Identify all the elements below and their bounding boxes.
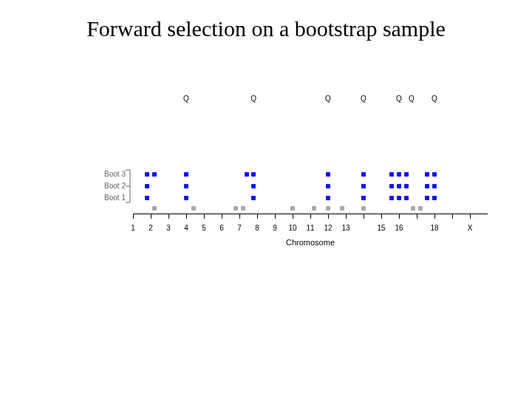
y-tick-label: Boot 2 [74, 180, 126, 192]
data-point [184, 184, 188, 188]
y-axis-labels: Boot 3Boot 2Boot 1 [74, 168, 126, 204]
data-point [404, 172, 409, 177]
data-point [145, 196, 149, 200]
data-point [389, 172, 394, 177]
data-point [184, 172, 188, 177]
data-point [432, 172, 437, 177]
plot-area: Chromosome 12345678910111213151618XQQQQQ… [133, 81, 488, 236]
data-point [326, 206, 330, 211]
data-point [432, 196, 437, 200]
x-tick [434, 214, 435, 219]
data-point [152, 206, 157, 211]
q-marker: Q [358, 95, 369, 103]
x-tick-label: 12 [319, 224, 337, 232]
data-point [425, 172, 429, 177]
data-point [326, 196, 330, 200]
x-tick-label: 18 [426, 224, 443, 232]
data-point [312, 206, 316, 211]
data-point [432, 184, 437, 188]
x-tick [364, 214, 364, 219]
q-marker: Q [181, 95, 191, 103]
data-point [404, 196, 409, 200]
data-point [152, 172, 157, 177]
data-point [404, 184, 409, 188]
x-tick-label: 10 [284, 224, 301, 232]
x-tick [293, 214, 293, 219]
data-point [251, 184, 256, 188]
data-point [397, 196, 401, 200]
x-tick-label: 13 [337, 224, 355, 232]
data-point [340, 206, 344, 211]
data-point [326, 184, 330, 188]
data-point [361, 184, 366, 188]
x-tick [310, 214, 311, 219]
x-tick-label: 6 [213, 224, 231, 232]
x-tick-label: X [461, 224, 479, 232]
data-point [389, 184, 394, 188]
x-tick-label: 8 [248, 224, 266, 232]
x-tick [186, 214, 187, 219]
data-point [389, 196, 394, 200]
page-title: Forward selection on a bootstrap sample [0, 16, 532, 41]
y-bracket [126, 168, 132, 204]
x-tick-label: 5 [195, 224, 213, 232]
y-tick-label: Boot 3 [74, 168, 126, 180]
data-point [251, 196, 256, 200]
x-tick-label: 3 [160, 224, 177, 232]
data-point [361, 196, 366, 200]
x-tick [399, 214, 400, 219]
x-tick [257, 214, 258, 219]
data-point [145, 184, 149, 188]
y-tick-label: Boot 1 [74, 192, 126, 204]
x-tick-label: 7 [231, 224, 248, 232]
x-tick-label: 2 [142, 224, 160, 232]
x-tick [417, 214, 417, 219]
x-tick-label: 1 [124, 224, 142, 232]
x-tick [346, 214, 347, 219]
data-point [233, 206, 238, 211]
q-marker: Q [248, 95, 259, 103]
data-point [425, 196, 429, 200]
data-point [184, 196, 188, 200]
q-marker: Q [394, 95, 404, 103]
x-tick [168, 214, 169, 219]
x-tick [452, 214, 453, 219]
data-point [425, 184, 429, 188]
data-point [361, 172, 366, 177]
data-point [326, 172, 330, 177]
slide: Forward selection on a bootstrap sample … [0, 0, 532, 399]
x-tick [151, 214, 151, 219]
data-point [251, 172, 256, 177]
data-point [397, 172, 401, 177]
data-point [245, 172, 249, 177]
x-tick-label: 4 [177, 224, 195, 232]
x-tick [328, 214, 329, 219]
chart-forward-selection: Boot 3Boot 2Boot 1 Chromosome 1234567891… [74, 81, 488, 236]
x-tick-label: 15 [372, 224, 390, 232]
data-point [145, 172, 149, 177]
data-point [191, 206, 196, 211]
x-tick-label: 16 [390, 224, 408, 232]
x-tick [470, 214, 471, 219]
data-point [411, 206, 415, 211]
data-point [418, 206, 423, 211]
x-tick-label: 9 [266, 224, 284, 232]
q-marker: Q [323, 95, 333, 103]
x-tick [204, 214, 205, 219]
x-tick-label: 11 [301, 224, 319, 232]
x-axis-label: Chromosome [133, 238, 488, 247]
data-point [397, 184, 401, 188]
x-tick [222, 214, 222, 219]
x-tick [381, 214, 382, 219]
data-point [241, 206, 245, 211]
q-marker: Q [429, 95, 440, 103]
data-point [290, 206, 295, 211]
x-tick [133, 214, 134, 219]
q-marker: Q [406, 95, 417, 103]
x-tick [239, 214, 240, 219]
data-point [361, 206, 366, 211]
x-tick [275, 214, 276, 219]
